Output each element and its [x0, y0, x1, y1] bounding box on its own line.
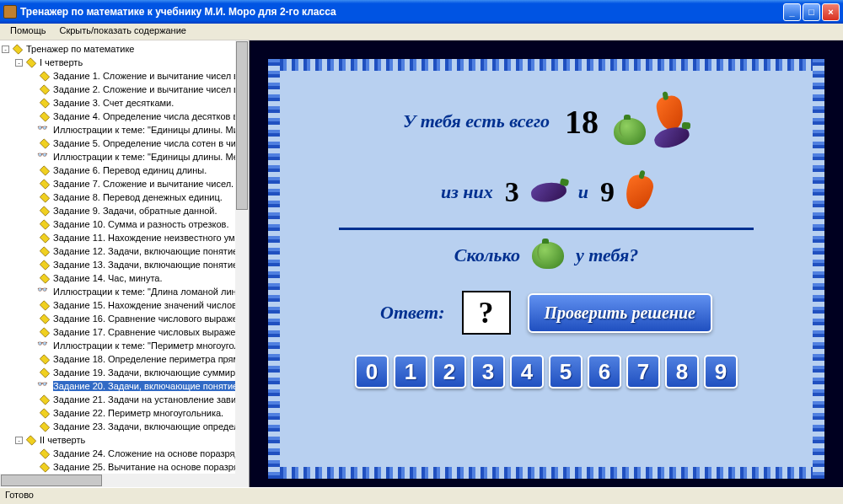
digit-7[interactable]: 7 [626, 355, 660, 389]
tree-node[interactable]: Задание 12. Задачи, включающие понятие "… [2, 244, 247, 258]
tree-node[interactable]: Задание 18. Определение периметра прямоу… [2, 352, 247, 366]
contents-tree[interactable]: -Тренажер по математике-I четвертьЗадани… [0, 40, 250, 487]
tree-node[interactable]: Задание 21. Задачи на установление завис… [2, 393, 247, 406]
tree-node[interactable]: Задание 10. Сумма и разность отрезков. [2, 217, 247, 231]
tree-node[interactable]: -Тренажер по математике [2, 42, 247, 56]
tree-node[interactable]: Задание 9. Задачи, обратные данной. [2, 204, 247, 217]
cabbage-icon [614, 118, 646, 145]
tree-node[interactable]: Задание 25. Вычитание на основе поразряд… [2, 460, 247, 474]
tree-node[interactable]: Задание 24. Сложение на основе поразрядн… [2, 447, 247, 460]
close-button[interactable]: × [822, 3, 840, 21]
eggplant-icon [529, 180, 567, 204]
tree-node[interactable]: Задание 13. Задачи, включающие понятие "… [2, 258, 247, 271]
pepper-icon [622, 173, 655, 212]
expand-icon[interactable]: - [15, 437, 23, 444]
diamond-icon [40, 367, 50, 378]
diamond-icon [40, 192, 50, 202]
tree-node[interactable]: Иллюстрации к теме: "Единицы длины. Милл… [2, 123, 247, 137]
maximize-button[interactable]: □ [803, 3, 820, 21]
diamond-icon [13, 44, 23, 54]
problem-total: 18 [565, 102, 599, 142]
digit-6[interactable]: 6 [588, 355, 621, 389]
diamond-icon [40, 111, 50, 121]
menu-toggle-contents[interactable]: Скрыть/показать содержание [53, 24, 193, 40]
tree-node[interactable]: -II четверть [2, 433, 247, 447]
tree-node[interactable]: Иллюстрации к теме: "Единицы длины. Метр… [2, 150, 247, 164]
tree-node[interactable]: -I четверть [2, 56, 247, 69]
tree-node[interactable]: Задание 1. Сложение и вычитание чисел в … [2, 69, 247, 83]
tree-label: Задание 17. Сравнение числовых выражений… [53, 327, 247, 337]
digit-9[interactable]: 9 [704, 355, 738, 389]
tree-node[interactable]: Задание 19. Задачи, включающие суммирова… [2, 366, 247, 379]
diamond-icon [40, 327, 50, 337]
tree-node[interactable]: Задание 17. Сравнение числовых выражений… [2, 325, 247, 339]
tree-label: Задание 19. Задачи, включающие суммирова… [53, 367, 247, 378]
tree-scrollbar-horizontal[interactable] [0, 474, 235, 487]
tree-label: Задание 13. Задачи, включающие понятие "… [53, 260, 247, 270]
tree-label: Иллюстрации к теме: "Единицы длины. Милл… [53, 125, 247, 135]
tree-node[interactable]: Задание 22. Периметр многоугольника. [2, 406, 247, 420]
digit-3[interactable]: 3 [471, 355, 505, 389]
question-b: у тебя? [576, 244, 638, 266]
glasses-icon [39, 126, 51, 135]
tree-node[interactable]: Задание 3. Счет десятками. [2, 96, 247, 110]
answer-input[interactable]: ? [462, 291, 511, 335]
statusbar: Готово [0, 487, 843, 504]
tree-label: Задание 21. Задачи на установление завис… [53, 394, 247, 405]
tree-label: Задание 9. Задачи, обратные данной. [53, 206, 217, 216]
diamond-icon [26, 435, 36, 445]
vegetables-icon [614, 96, 690, 147]
tree-node[interactable]: Задание 5. Определение числа сотен в чис… [2, 137, 247, 150]
tree-node[interactable]: Задание 4. Определение числа десятков в … [2, 110, 247, 123]
tree-label: Тренажер по математике [26, 44, 134, 54]
expand-icon[interactable]: - [15, 59, 23, 67]
tree-node[interactable]: Задание 14. Час, минута. [2, 271, 247, 285]
expand-icon[interactable]: - [2, 46, 9, 53]
menubar: Помощь Скрыть/показать содержание [0, 24, 843, 40]
tree-label: Задание 6. Перевод единиц длины. [53, 165, 207, 175]
tree-node[interactable]: Задание 7. Сложение и вычитание чисел. [2, 177, 247, 190]
tree-node[interactable]: Задание 15. Нахождение значений числовых… [2, 298, 247, 312]
tree-node[interactable]: Задание 20. Задачи, включающие понятие "… [2, 379, 247, 393]
problem-n2: 9 [600, 176, 615, 208]
glasses-icon [39, 382, 51, 391]
tree-node[interactable]: Задание 2. Сложение и вычитание чисел в … [2, 83, 247, 96]
tree-node[interactable]: Иллюстрации к теме: "Длина ломаной линии… [2, 285, 247, 298]
check-button[interactable]: Проверить решение [528, 293, 712, 333]
digit-1[interactable]: 1 [394, 355, 427, 389]
tree-label: Иллюстрации к теме: "Периметр многоуголь… [53, 340, 247, 351]
tree-label: I четверть [40, 57, 83, 67]
digit-4[interactable]: 4 [510, 355, 544, 389]
tree-label: Задание 24. Сложение на основе поразрядн… [53, 448, 247, 458]
tree-node[interactable]: Задание 8. Перевод денежных единиц. [2, 190, 247, 204]
tree-label: Задание 18. Определение периметра прямоу… [53, 354, 247, 364]
minimize-button[interactable]: _ [783, 3, 801, 21]
diamond-icon [40, 394, 50, 405]
digit-2[interactable]: 2 [432, 355, 466, 389]
tree-node[interactable]: Задание 11. Нахождение неизвестного умен… [2, 231, 247, 244]
diamond-icon [40, 408, 50, 418]
diamond-icon [40, 165, 50, 175]
diamond-icon [40, 448, 50, 458]
digit-8[interactable]: 8 [665, 355, 699, 389]
tree-label: Задание 16. Сравнение числового выражени… [53, 314, 247, 324]
tree-node[interactable]: Иллюстрации к теме: "Периметр многоуголь… [2, 339, 247, 352]
content-area: У тебя есть всего 18 из них 3 и 9 [250, 40, 843, 487]
diamond-icon [40, 300, 50, 310]
menu-help[interactable]: Помощь [3, 24, 53, 40]
tree-node[interactable]: Задание 23. Задачи, включающие определен… [2, 420, 247, 433]
window-title: Тренажер по математике к учебнику М.И. М… [20, 6, 783, 18]
digit-5[interactable]: 5 [549, 355, 583, 389]
problem-line2b: и [578, 181, 588, 203]
digit-0[interactable]: 0 [355, 355, 389, 389]
tree-label: Иллюстрации к теме: "Единицы длины. Метр… [53, 152, 247, 162]
tree-node[interactable]: Задание 6. Перевод единиц длины. [2, 164, 247, 177]
tree-label: Задание 14. Час, минута. [53, 273, 162, 283]
tree-scrollbar-vertical[interactable] [235, 40, 249, 487]
tree-node[interactable]: Задание 16. Сравнение числового выражени… [2, 312, 247, 325]
diamond-icon [40, 233, 50, 243]
diamond-icon [40, 219, 50, 229]
diamond-icon [40, 462, 50, 472]
problem-n1: 3 [505, 176, 519, 208]
tree-label: Задание 1. Сложение и вычитание чисел в … [53, 71, 247, 81]
